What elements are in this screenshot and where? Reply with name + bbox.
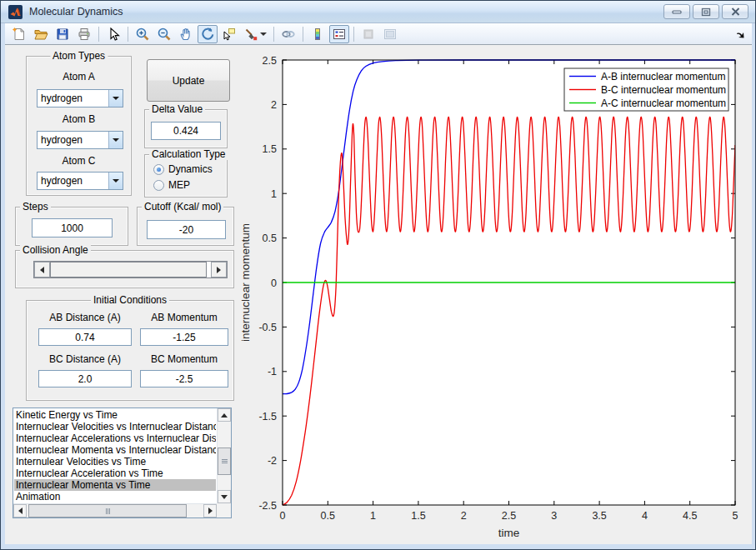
rotate-3d-button[interactable] — [198, 25, 218, 43]
new-figure-icon — [12, 27, 27, 42]
initial-conditions-title: Initial Conditions — [91, 294, 169, 306]
scroll-right-button[interactable] — [203, 504, 217, 518]
scroll-down-button[interactable] — [218, 490, 231, 503]
plot-type-listbox[interactable]: Kinetic Energy vs TimeInternuclear Veloc… — [13, 408, 232, 518]
open-file-icon — [33, 27, 48, 42]
zoom-out-button[interactable] — [154, 25, 174, 43]
listbox-item[interactable]: Internuclear Momenta vs Internuclear Dis… — [14, 444, 216, 456]
listbox-horizontal-scrollbar[interactable] — [13, 503, 217, 518]
print-figure-button[interactable] — [74, 25, 94, 43]
slider-right-arrow[interactable] — [211, 262, 227, 278]
insert-legend-icon — [332, 27, 347, 42]
bc-distance-field[interactable] — [38, 370, 132, 388]
bc-distance-label: BC Distance (A) — [35, 353, 135, 365]
left-arrow-icon — [18, 508, 23, 514]
zoom-in-button[interactable] — [133, 25, 153, 43]
delta-value-title: Delta Value — [149, 103, 205, 115]
update-button[interactable]: Update — [147, 59, 230, 102]
svg-text:-1: -1 — [268, 366, 277, 378]
listbox-items: Kinetic Energy vs TimeInternuclear Veloc… — [14, 409, 216, 502]
hide-plot-tools-icon — [361, 27, 376, 42]
insert-colorbar-icon — [310, 27, 325, 42]
ab-distance-field[interactable] — [38, 328, 132, 346]
radio-dynamics[interactable]: Dynamics — [153, 163, 213, 175]
listbox-item[interactable]: Internuclear Accelerations vs Internucle… — [14, 432, 216, 444]
save-figure-icon — [55, 27, 70, 42]
cutoff-panel: Cutoff (Kcal/ mol) — [137, 207, 234, 246]
minimize-button[interactable] — [663, 4, 690, 19]
atom-b-value: hydrogen — [38, 134, 108, 146]
atom-b-dropdown[interactable]: hydrogen — [37, 131, 123, 149]
svg-text:2.5: 2.5 — [263, 55, 277, 67]
listbox-item[interactable]: Internuclear Velocities vs Internuclear … — [14, 421, 216, 432]
listbox-vertical-scrollbar[interactable] — [217, 408, 231, 503]
scroll-up-button[interactable] — [218, 408, 231, 422]
listbox-item[interactable]: Internulear Velocities vs Time — [14, 456, 216, 468]
thumb-grip — [222, 461, 228, 462]
new-figure-button[interactable] — [9, 25, 29, 43]
svg-text:2: 2 — [271, 99, 277, 111]
collision-angle-title: Collision Angle — [20, 244, 91, 256]
print-figure-icon — [77, 27, 92, 42]
open-file-button[interactable] — [31, 25, 51, 43]
toolbar-separator — [353, 27, 354, 42]
pan-hand-button[interactable] — [176, 25, 196, 43]
delta-value-panel: Delta Value — [144, 109, 228, 148]
collision-angle-slider[interactable] — [33, 261, 228, 278]
scroll-left-button[interactable] — [13, 504, 27, 518]
horizontal-scroll-thumb[interactable] — [28, 504, 187, 518]
svg-text:1.5: 1.5 — [263, 143, 277, 155]
listbox-item[interactable]: Animation — [14, 491, 216, 502]
svg-text:1: 1 — [271, 188, 277, 200]
close-button[interactable] — [722, 4, 748, 19]
radio-mep[interactable]: MEP — [153, 179, 190, 191]
svg-text:4.5: 4.5 — [683, 510, 697, 522]
chevron-down-icon[interactable] — [108, 172, 123, 189]
steps-field[interactable] — [32, 218, 113, 238]
vertical-scroll-thumb[interactable] — [218, 448, 231, 475]
ab-momentum-field[interactable] — [140, 328, 228, 346]
collision-angle-panel: Collision Angle — [15, 250, 234, 288]
brush-data-button[interactable] — [241, 25, 269, 43]
radio-button-icon[interactable] — [153, 164, 164, 175]
link-plots-button[interactable] — [278, 25, 298, 43]
chevron-down-icon[interactable] — [108, 132, 123, 148]
slider-left-arrow[interactable] — [34, 262, 50, 278]
atom-c-value: hydrogen — [38, 175, 108, 187]
atom-c-dropdown[interactable]: hydrogen — [37, 172, 123, 190]
momentum-chart[interactable]: 00.511.522.533.544.55-2.5-2-1.5-1-0.500.… — [238, 47, 756, 542]
listbox-item[interactable]: Internuclear Momenta vs Time — [14, 479, 216, 491]
y-tick-labels: -2.5-2-1.5-1-0.500.511.522.5 — [258, 55, 277, 512]
insert-legend-button[interactable] — [329, 25, 349, 43]
atom-types-panel-title: Atom Types — [50, 50, 108, 62]
x-axis-label: time — [498, 527, 520, 539]
svg-text:1: 1 — [370, 510, 376, 522]
delta-value-field[interactable] — [151, 122, 221, 140]
svg-text:0.5: 0.5 — [263, 232, 277, 244]
left-arrow-icon — [40, 267, 44, 273]
listbox-item[interactable]: Kinetic Energy vs Time — [14, 409, 216, 421]
chart-legend[interactable]: A-B internuclear momentumB-C internuclea… — [564, 68, 728, 111]
steps-panel: Steps — [15, 207, 128, 246]
cutoff-field[interactable] — [147, 220, 226, 239]
svg-text:3: 3 — [551, 510, 557, 522]
data-cursor-button[interactable] — [219, 25, 239, 43]
listbox-item[interactable]: Internuclear Acceleration vs Time — [14, 468, 216, 479]
slider-thumb[interactable] — [50, 262, 207, 278]
radio-button-icon[interactable] — [153, 180, 164, 191]
atom-a-value: hydrogen — [38, 92, 108, 104]
bc-momentum-label: BC Momentum — [139, 353, 229, 365]
figure-toolbar — [5, 23, 752, 45]
maximize-button[interactable] — [693, 4, 719, 19]
window-title: Molecular Dynamics — [29, 6, 123, 18]
bc-momentum-field[interactable] — [140, 370, 228, 388]
y-axis-label: internuclear momentum — [239, 223, 252, 342]
dock-figure-button[interactable] — [732, 26, 748, 42]
svg-text:5: 5 — [733, 510, 738, 522]
insert-colorbar-button[interactable] — [308, 25, 328, 43]
dropdown-caret-icon[interactable] — [260, 32, 267, 36]
chevron-down-icon[interactable] — [108, 90, 123, 107]
edit-plot-pointer-button[interactable] — [103, 25, 123, 43]
atom-a-dropdown[interactable]: hydrogen — [37, 89, 123, 108]
save-figure-button[interactable] — [53, 25, 73, 43]
